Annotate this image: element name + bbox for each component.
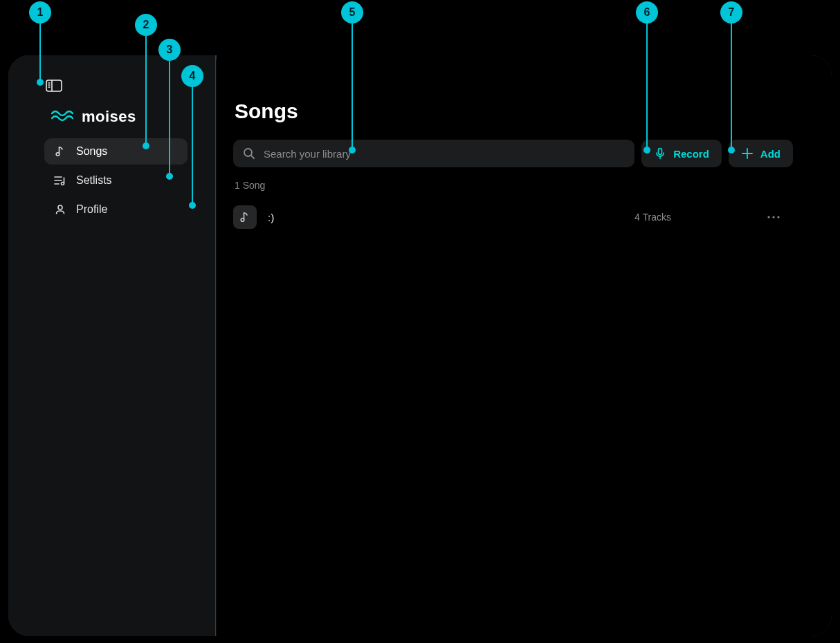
callout-1: 1 bbox=[29, 1, 51, 24]
svg-point-21 bbox=[777, 216, 779, 218]
sidebar-item-profile[interactable]: Profile bbox=[44, 196, 188, 223]
sidebar-item-setlists[interactable]: Setlists bbox=[44, 167, 188, 194]
music-note-icon bbox=[54, 145, 66, 158]
add-button-label: Add bbox=[760, 148, 780, 160]
search-wrap bbox=[233, 140, 634, 167]
setlist-icon bbox=[54, 174, 66, 187]
song-row[interactable]: :) 4 Tracks bbox=[233, 201, 793, 234]
callout-7: 7 bbox=[720, 1, 742, 24]
callout-5: 5 bbox=[341, 1, 363, 24]
svg-rect-0 bbox=[46, 80, 62, 91]
svg-rect-14 bbox=[659, 149, 662, 155]
app-window: moises Songs bbox=[8, 55, 832, 636]
toolbar: Record Add bbox=[233, 140, 793, 167]
sidebar-item-label: Setlists bbox=[76, 174, 112, 187]
record-button[interactable]: Record bbox=[641, 140, 722, 167]
sidebar-toggle[interactable] bbox=[46, 80, 62, 92]
main-content: Songs bbox=[217, 55, 832, 636]
profile-icon bbox=[54, 203, 66, 216]
sidebar-nav: Songs Setlists bbox=[8, 138, 215, 223]
callout-2: 2 bbox=[135, 14, 157, 36]
song-thumb bbox=[233, 205, 257, 229]
svg-point-19 bbox=[767, 216, 769, 218]
sidebar-item-label: Profile bbox=[76, 203, 107, 216]
sidebar-item-label: Songs bbox=[76, 145, 107, 158]
brand-logo: moises bbox=[51, 108, 215, 126]
song-title: :) bbox=[268, 212, 623, 223]
panel-icon bbox=[46, 80, 62, 92]
svg-point-11 bbox=[58, 205, 62, 209]
search-input[interactable] bbox=[233, 140, 634, 167]
page-title: Songs bbox=[235, 100, 793, 123]
svg-point-18 bbox=[241, 218, 244, 222]
plus-icon bbox=[741, 147, 754, 160]
song-count: 1 Song bbox=[235, 180, 793, 191]
callout-6: 6 bbox=[636, 1, 658, 24]
sidebar: moises Songs bbox=[8, 55, 216, 636]
svg-point-5 bbox=[56, 153, 60, 156]
brand-name: moises bbox=[82, 108, 136, 126]
add-button[interactable]: Add bbox=[729, 140, 793, 167]
brand-wave-icon bbox=[51, 109, 75, 125]
svg-point-20 bbox=[772, 216, 774, 218]
music-note-icon bbox=[239, 212, 250, 223]
song-track-count: 4 Tracks bbox=[634, 212, 671, 223]
more-horizontal-icon bbox=[767, 215, 780, 219]
sidebar-item-songs[interactable]: Songs bbox=[44, 138, 188, 165]
song-more-button[interactable] bbox=[765, 215, 782, 219]
microphone-icon bbox=[654, 147, 666, 160]
record-button-label: Record bbox=[673, 148, 709, 160]
